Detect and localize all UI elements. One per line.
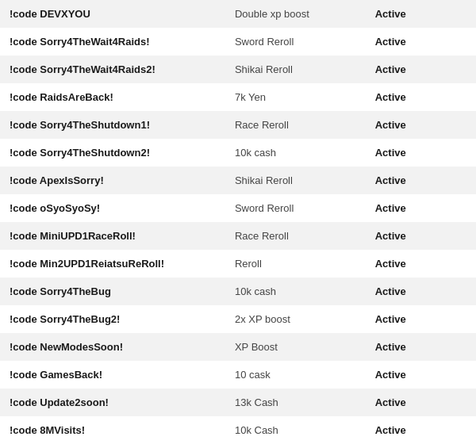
status-cell: Active [366, 111, 476, 139]
code-cell: !code GamesBack! [0, 361, 225, 389]
codes-table: !code DEVXYOUDouble xp boostActive!code … [0, 0, 476, 444]
reward-cell: XP Boost [225, 333, 366, 361]
status-cell: Active [366, 194, 476, 222]
status-cell: Active [366, 167, 476, 194]
code-cell: !code MiniUPD1RaceRoll! [0, 222, 225, 250]
code-cell: !code Min2UPD1ReiatsuReRoll! [0, 250, 225, 278]
status-cell: Active [366, 0, 476, 28]
reward-cell: 7k Yen [225, 83, 366, 111]
code-cell: !code NewModesSoon! [0, 333, 225, 361]
code-cell: !code ApexIsSorry! [0, 167, 225, 194]
table-row: !code MiniUPD1RaceRoll!Race RerollActive [0, 222, 476, 250]
table-row: !code 8MVisits!10k CashActive [0, 416, 476, 444]
reward-cell: Reroll [225, 250, 366, 278]
table-row: !code RaidsAreBack!7k YenActive [0, 83, 476, 111]
code-cell: !code Sorry4TheShutdown1! [0, 111, 225, 139]
code-cell: !code 8MVisits! [0, 416, 225, 444]
reward-cell: Shikai Reroll [225, 56, 366, 83]
status-cell: Active [366, 389, 476, 416]
status-cell: Active [366, 333, 476, 361]
status-cell: Active [366, 305, 476, 333]
reward-cell: 10k cash [225, 278, 366, 305]
code-cell: !code Update2soon! [0, 389, 225, 416]
code-cell: !code Sorry4TheWait4Raids2! [0, 56, 225, 83]
status-cell: Active [366, 278, 476, 305]
table-row: !code Sorry4TheShutdown1!Race RerollActi… [0, 111, 476, 139]
status-cell: Active [366, 250, 476, 278]
code-cell: !code Sorry4TheWait4Raids! [0, 28, 225, 56]
status-cell: Active [366, 222, 476, 250]
table-row: !code NewModesSoon!XP BoostActive [0, 333, 476, 361]
table-row: !code Sorry4TheBug2!2x XP boostActive [0, 305, 476, 333]
status-cell: Active [366, 56, 476, 83]
reward-cell: 2x XP boost [225, 305, 366, 333]
table-row: !code Sorry4TheShutdown2!10k cashActive [0, 139, 476, 167]
reward-cell: Sword Reroll [225, 28, 366, 56]
table-row: !code oSyoSyoSy!Sword RerollActive [0, 194, 476, 222]
code-cell: !code Sorry4TheShutdown2! [0, 139, 225, 167]
table-row: !code Sorry4TheWait4Raids!Sword RerollAc… [0, 28, 476, 56]
reward-cell: 10 cask [225, 361, 366, 389]
reward-cell: 10k Cash [225, 416, 366, 444]
status-cell: Active [366, 83, 476, 111]
reward-cell: 10k cash [225, 139, 366, 167]
table-row: !code Sorry4TheBug10k cashActive [0, 278, 476, 305]
table-row: !code GamesBack!10 caskActive [0, 361, 476, 389]
table-row: !code ApexIsSorry!Shikai RerollActive [0, 167, 476, 194]
code-cell: !code DEVXYOU [0, 0, 225, 28]
table-row: !code DEVXYOUDouble xp boostActive [0, 0, 476, 28]
table-row: !code Update2soon!13k CashActive [0, 389, 476, 416]
reward-cell: Double xp boost [225, 0, 366, 28]
reward-cell: Race Reroll [225, 111, 366, 139]
code-cell: !code oSyoSyoSy! [0, 194, 225, 222]
reward-cell: 13k Cash [225, 389, 366, 416]
status-cell: Active [366, 28, 476, 56]
code-cell: !code Sorry4TheBug [0, 278, 225, 305]
code-cell: !code Sorry4TheBug2! [0, 305, 225, 333]
reward-cell: Sword Reroll [225, 194, 366, 222]
reward-cell: Shikai Reroll [225, 167, 366, 194]
status-cell: Active [366, 361, 476, 389]
status-cell: Active [366, 139, 476, 167]
table-row: !code Min2UPD1ReiatsuReRoll!RerollActive [0, 250, 476, 278]
status-cell: Active [366, 416, 476, 444]
table-row: !code Sorry4TheWait4Raids2!Shikai Reroll… [0, 56, 476, 83]
code-cell: !code RaidsAreBack! [0, 83, 225, 111]
reward-cell: Race Reroll [225, 222, 366, 250]
